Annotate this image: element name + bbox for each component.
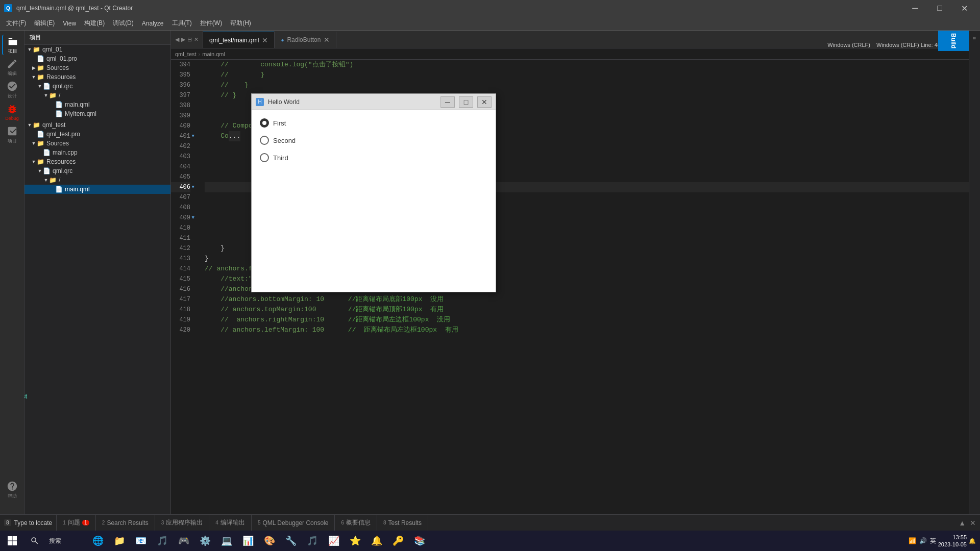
maximize-button[interactable]: □: [928, 0, 951, 16]
tab-main-qml[interactable]: qml_test/main.qml ✕: [203, 32, 275, 48]
volume-icon[interactable]: 🔊: [919, 537, 927, 544]
activity-debug[interactable]: Debug: [2, 102, 22, 122]
bottom-search-area[interactable]: 8 Type to locate: [0, 515, 57, 531]
menu-build[interactable]: 构建(B): [80, 17, 109, 30]
menu-controls[interactable]: 控件(W): [196, 17, 226, 30]
activity-help[interactable]: 帮助: [2, 480, 22, 500]
menu-edit[interactable]: 编辑(E): [30, 17, 59, 30]
tree-item-mainqml2[interactable]: 📄 main.qml: [24, 185, 170, 194]
activity-edit[interactable]: 编辑: [2, 57, 22, 78]
tree-item-qml01pro[interactable]: 📄 qml_01.pro: [24, 54, 170, 63]
right-panel-label[interactable]: ≡: [972, 33, 977, 44]
menu-view[interactable]: View: [59, 18, 80, 29]
taskbar-app13[interactable]: 🔔: [366, 531, 387, 551]
time-block[interactable]: 13:55 2023-10-05: [938, 534, 967, 548]
radio-second[interactable]: Second: [260, 136, 487, 145]
build-panel-btn[interactable]: Build: [938, 31, 969, 51]
bottom-tab-search[interactable]: 2 Search Results: [96, 515, 155, 531]
popup-maximize-btn[interactable]: □: [459, 96, 473, 108]
bottom-tab-qml-debug[interactable]: 5 QML Debugger Console: [252, 515, 335, 531]
code-line-419: // anchors.rightMargin:10 //距离锚布局左边框100p…: [205, 315, 969, 325]
tree-item-qmltest[interactable]: ▼ 📁 qml_test: [24, 120, 170, 130]
bottom-tab-compile[interactable]: 4 编译输出: [209, 515, 252, 531]
tree-item-sources1[interactable]: ▶ 📁 Sources: [24, 63, 170, 72]
tab-radiobutton-close[interactable]: ✕: [324, 36, 330, 44]
help-icon: [7, 481, 18, 492]
taskbar-explorer[interactable]: 📁: [109, 531, 130, 551]
search-text-label: 搜索: [49, 537, 61, 545]
tab-radiobutton[interactable]: ● RadioButton ✕: [275, 32, 336, 48]
taskbar-search[interactable]: [24, 531, 45, 551]
breadcrumb-mainqml[interactable]: main.qml: [202, 51, 225, 57]
taskbar-app15[interactable]: 📚: [409, 531, 430, 551]
popup-minimize-btn[interactable]: ─: [440, 96, 455, 108]
tree-item-qmlqrc2[interactable]: ▼ 📄 qml.qrc: [24, 166, 170, 176]
tree-item-resources2[interactable]: ▼ 📁 Resources: [24, 157, 170, 166]
settings-icon: ⚙️: [200, 535, 211, 546]
tree-item-qml01[interactable]: ▼ 📁 qml_01: [24, 45, 170, 54]
bottom-tab-search-num: 2: [102, 520, 105, 525]
popup-close-btn[interactable]: ✕: [477, 96, 492, 108]
activity-project2[interactable]: 项目: [2, 124, 22, 145]
fold-401[interactable]: ▼: [192, 131, 194, 141]
tab-main-qml-close[interactable]: ✕: [262, 36, 268, 44]
lang-icon[interactable]: 英: [930, 537, 936, 545]
taskbar-app11[interactable]: 📈: [324, 531, 344, 551]
tab-back-icon[interactable]: ◀: [175, 36, 179, 43]
menu-tools[interactable]: 工具(T): [168, 17, 196, 30]
taskbar-globe[interactable]: 🌐: [88, 531, 108, 551]
taskbar-app10[interactable]: 🎵: [302, 531, 323, 551]
bottom-tab-close[interactable]: ✕: [970, 519, 976, 527]
menu-debug[interactable]: 调试(D): [109, 17, 138, 30]
tree-item-slash2[interactable]: ▼ 📁 /: [24, 176, 170, 185]
tab-radiobutton-icon: ●: [281, 37, 284, 43]
taskbar-app8[interactable]: 🎨: [259, 531, 280, 551]
fold-406[interactable]: ▼: [192, 182, 194, 192]
tree-item-myitem[interactable]: 📄 MyItem.qml: [24, 109, 170, 118]
tree-item-slash1[interactable]: ▼ 📁 /: [24, 91, 170, 100]
bottom-tab-expand[interactable]: ▲: [959, 519, 966, 527]
tree-item-mainqml1[interactable]: 📄 main.qml: [24, 100, 170, 109]
activity-project[interactable]: 项目: [2, 35, 22, 55]
bottom-tab-issues[interactable]: 1 问题 1: [57, 515, 96, 531]
taskbar-app14[interactable]: 🔑: [388, 531, 408, 551]
taskbar-app5[interactable]: ⚙️: [195, 531, 215, 551]
tab-forward-icon[interactable]: ▶: [181, 36, 185, 43]
fold-409[interactable]: ▼: [192, 213, 194, 223]
radio-third[interactable]: Third: [260, 153, 487, 162]
bottom-tab-summary[interactable]: 6 概要信息: [335, 515, 377, 531]
minimize-button[interactable]: ─: [903, 0, 927, 16]
start-button[interactable]: [4, 533, 20, 549]
network-icon[interactable]: 📶: [909, 537, 916, 544]
menu-analyze[interactable]: Analyze: [138, 18, 168, 29]
activity-design[interactable]: 设计: [2, 80, 22, 100]
breadcrumb-qmltest[interactable]: qml_test: [175, 51, 197, 57]
taskbar-mail[interactable]: 📧: [131, 531, 151, 551]
tree-item-qmlqrc1[interactable]: ▼ 📄 qml.qrc: [24, 82, 170, 91]
tab-close-icon[interactable]: ✕: [194, 36, 199, 43]
tree-item-sources2[interactable]: ▼ 📁 Sources: [24, 139, 170, 148]
tree-item-resources1[interactable]: ▼ 📁 Resources: [24, 72, 170, 82]
game-icon: 🎮: [178, 535, 189, 546]
taskbar-search-text[interactable]: 搜索: [46, 531, 87, 551]
taskbar-app3[interactable]: 🎵: [152, 531, 173, 551]
tree-item-qmltestpro[interactable]: 📄 qml_test.pro: [24, 130, 170, 139]
tool-icon: 🔧: [285, 535, 297, 546]
bottom-tab-appoutput[interactable]: 3 应用程序输出: [155, 515, 210, 531]
taskbar-app12[interactable]: ⭐: [345, 531, 365, 551]
tab-split-icon[interactable]: ⊟: [187, 36, 192, 43]
arrow-qml01: ▼: [27, 46, 33, 53]
menu-help[interactable]: 帮助(H): [226, 17, 255, 30]
tree-label-qmltestpro: qml_test.pro: [46, 131, 80, 138]
taskbar-app7[interactable]: 📊: [238, 531, 258, 551]
menu-file[interactable]: 文件(F): [2, 17, 30, 30]
bottom-tab-test[interactable]: 8 Test Results: [377, 515, 428, 531]
radio-first[interactable]: First: [260, 118, 487, 128]
close-button[interactable]: ✕: [952, 0, 976, 16]
notification-btn[interactable]: 🔔: [969, 538, 976, 544]
taskbar-app4[interactable]: 🎮: [174, 531, 194, 551]
taskbar-app6[interactable]: 💻: [216, 531, 237, 551]
taskbar-app9[interactable]: 🔧: [281, 531, 301, 551]
file-qmlqrc2-icon: 📄: [43, 167, 51, 174]
tree-item-maincpp[interactable]: 📄 main.cpp: [24, 148, 170, 157]
